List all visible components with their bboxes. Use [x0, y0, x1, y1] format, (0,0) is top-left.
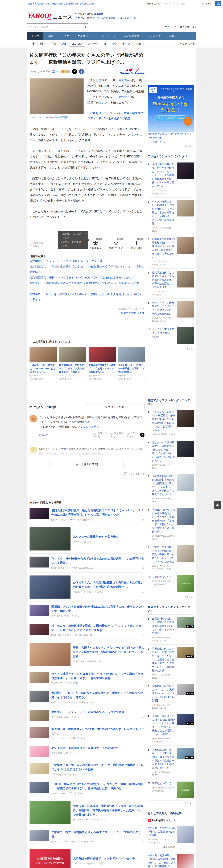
ad-link[interactable]: 元セクシー女優蒼井そら 本名を告白 — [73, 534, 145, 539]
list-item[interactable]: 東野幸治 「今フジテレビと吉本揉めてる」ラジオで言及東スポWEB12/27(土)… — [30, 707, 145, 724]
dismiss-icon[interactable]: × — [193, 146, 194, 148]
info-icon[interactable]: i — [189, 146, 192, 148]
ad-item[interactable]: 元セクシー女優蒼井そら 本名を告白ABEMA広告i× — [30, 524, 145, 554]
search-icon[interactable] — [84, 26, 86, 28]
article-link[interactable]: 関根勤 プレバト!! 出演やめた理由は…先生の言葉「これ、俳句じゃないです。標語… — [52, 604, 145, 613]
report-article-link[interactable]: 記事に関する報告 — [30, 242, 46, 249]
ad-caption-link[interactable]: 海外航空券の購入もローチケがおトク｜ローチケ旅行詳しくはこちら — [148, 132, 194, 144]
list-item[interactable]: 松井ケムリ 新幹線移動で睡眠中に隣の乗客から「トントンと起こされて…」お願いされ… — [30, 621, 145, 640]
video-link[interactable]: 吉沢亮&横浜流星「『国宝』での信頼関係がありますので」 餅つきシーンに注目 — [152, 617, 176, 635]
pr-item[interactable]: PR京都丹波へ行こう第43回全国都市緑化フェアin京都丹波Think Green… — [148, 779, 194, 801]
sponichi-logo[interactable]: スポニチ Sponichi Annex — [120, 68, 145, 75]
cards-next-button[interactable]: › — [141, 362, 146, 367]
article-card[interactable]: 佐久間宣行氏「面白過ぎる」「エグイ」大大大絶賛するテレビ番組… スポニチアネック… — [59, 347, 86, 380]
ranking-item[interactable]: 4佐久間宣行氏「この年末たくさんのテレビ局員が辞めます」 東野幸治も証言、フジ打… — [148, 269, 194, 299]
info-icon[interactable]: i — [189, 348, 192, 350]
video-thumbnail[interactable]: ▶ 1:24 — [177, 617, 194, 627]
article-link[interactable]: 矢部浩之 相方・岡村隆史と迎える年末に本音「ナイナイで締めるのが一番」 — [52, 830, 145, 839]
topics-list-link[interactable]: トピックス一覧 — [177, 42, 196, 45]
dismiss-icon[interactable]: × — [90, 540, 91, 543]
dismiss-icon[interactable]: × — [142, 591, 145, 593]
related-link[interactable]: 東野幸治 「今フジテレビと吉本揉めてる」ラジオで言及 — [30, 258, 145, 264]
dismiss-icon[interactable]: × — [56, 378, 57, 380]
ranking-item[interactable]: 1《トラブル発覚から1年》中居正広 茅ヶ崎で目撃された最新姿…行動をともにしてい… — [148, 408, 194, 438]
related-link[interactable]: 佐久間宣行氏 令和ロマンくるまを“怖い”と思ったワケ「最終的にくるまくんの…」 — [30, 275, 145, 280]
list-item[interactable]: 「定年後に孤立する人」の共通点はたった一つ。和田秀樹が指摘する、50代からの“ご… — [30, 760, 145, 779]
cat-domestic[interactable]: 国内 — [38, 42, 48, 45]
article-card[interactable]: 東野幸治 テレビ局の現状…THE SECONDの打ち上げで察し「… 東スポWEB… — [30, 347, 57, 380]
dismiss-icon[interactable]: × — [142, 633, 145, 637]
list-item[interactable]: 関根勤 プレバト!! 出演やめた理由は…先生の言葉「これ、俳句じゃないです。標語… — [30, 602, 145, 621]
keyword-link[interactable]: びっくり — [49, 150, 60, 152]
article-link[interactable]: 佐久間宣行氏「この年末たくさんのテレビ局員が辞めます」 東野幸治も証言、フジ打ち… — [152, 271, 176, 289]
video-link[interactable]: 岡田将生、久しぶりに再会した芦田愛菜の「寂しかったです」に動揺しまくる 映画『果… — [152, 647, 176, 672]
share-facebook-button[interactable]: f — [79, 69, 84, 74]
reaction-clear-button[interactable]: 295 わかりやすい — [109, 240, 123, 249]
ad-cta-button[interactable]: チケット予約はこちら ▶ — [154, 116, 187, 121]
cat-main[interactable]: 主要 — [27, 42, 38, 45]
pr-item[interactable]: PR京都丹波へ行こう第43回全国都市緑化フェアin京都丹波Think Green… — [148, 573, 194, 594]
ad-link[interactable]: 元セクシー女優蒼井そら 本名を告白 — [152, 327, 176, 335]
list-item[interactable]: 名倉潤 妻・渡辺満里奈との“夫婦円満”の秘けつ明かす「ほんまにありがたい」デイリ… — [30, 724, 145, 743]
ad-item[interactable]: ぐでまる堂 新春初売りセール開催中 人気の福袋もぐでまる堂広告i× — [30, 743, 145, 760]
nav-paid[interactable]: 有料 — [165, 32, 179, 40]
comment-count-link[interactable]: 107 — [52, 70, 60, 73]
ranking-item[interactable]: 5「世界一の美少年」を襲った悲劇とは…伝説の美貌に狂わされたビョルン・アンドレセ… — [148, 543, 194, 573]
yahoo-logo[interactable]: YAHOO!JAPAN — [28, 13, 51, 20]
gear-icon[interactable]: ⚙ — [193, 25, 196, 29]
dismiss-icon[interactable]: × — [142, 566, 145, 569]
article-link[interactable]: 《トラブル発覚から1年》中居正広 茅ヶ崎で目撃された最新姿…行動をともにしていた… — [152, 410, 176, 432]
search-button[interactable] — [215, 1, 221, 6]
ad-link[interactable]: 京都丹波へ行こう — [152, 575, 176, 579]
video-ranking-item[interactable]: 3天海祐希「泣かないんですけど」、大杉漣さんへキントリメンバーが告白【芸能動画】… — [148, 682, 194, 712]
article-link[interactable]: Matt 「パパ」桑田真澄氏とハワイでのクリスマスS公開 一緒に映る美女は… — [152, 301, 176, 315]
cat-it[interactable]: IT — [101, 42, 109, 45]
reaction-learned-button[interactable]: 126 学びがある — [88, 240, 103, 249]
article-link[interactable]: 【4億9000万円の所得隠しか】宮崎麗果「元参院議員の娘」の“セレブ人生”…父・… — [152, 474, 176, 496]
login-link[interactable]: ログイン — [75, 17, 85, 20]
more-comments-button[interactable]: もっと見る(107件) — [51, 460, 124, 468]
video-thumbnail[interactable]: ▶ 1:21 — [177, 714, 194, 725]
dismiss-icon[interactable]: × — [142, 660, 145, 663]
dismiss-icon[interactable]: × — [71, 752, 73, 754]
info-icon[interactable]: i — [87, 540, 89, 543]
web-search-input[interactable]: ウェブ検索 ↑ ベネチア — [173, 1, 213, 6]
card-title[interactable]: 東野幸治 テレビ局の現状…THE SECONDの打ち上げで察し「… — [30, 363, 57, 373]
article-link[interactable]: たくろう Mー1優勝からわずか6日であの大企業が起用！「お仕事頂けるなんて最高」 — [52, 557, 145, 565]
video-ranking-item[interactable]: 4【速報】米倉涼子さん“自宅に捜査機関が入りましたことは事実” HPでコメント … — [148, 712, 194, 746]
purchase-history-link[interactable]: 購入履歴 — [180, 26, 189, 29]
dismiss-icon[interactable]: × — [142, 682, 145, 685]
dismiss-icon[interactable]: × — [142, 818, 145, 821]
article-link[interactable]: ひろゆきさん、「東京23区家庭ゴミ有料化」をムダ遣いの影響と皮肉る「お台場の噴水… — [73, 581, 145, 589]
article-link[interactable]: ダイアン津田とキスした25歳美女、グラビア“1位”に ファン騒然「水ダウ効果凄い… — [52, 672, 145, 681]
reply-link[interactable]: 返信 1件 — [39, 433, 48, 437]
ranking-item[interactable]: 4「週1回、娘が泊まりに来る生活続けたい」ココリコ・遠藤 再婚時の願い「家族の形… — [148, 506, 194, 543]
cat-entertainment[interactable]: エンタメ — [69, 40, 85, 47]
nav-opinions[interactable]: みんなの意見 — [119, 32, 144, 40]
article-link[interactable]: ダイアン津田とキスした25歳美女、グラビア“1位”に ファン騒然「水ダウ効果凄い… — [152, 200, 176, 225]
related-link[interactable]: 佐久間宣行氏 「局員の引き抜きですよね」人気配信番組のウラ事情ぶっちゃけ 「各局… — [30, 264, 145, 275]
article-link[interactable]: 芦田愛菜が難関検定1級合格を告白！1200件超を記憶「太い本が3冊。最初は覚えら… — [152, 237, 176, 259]
signup-link[interactable]: 新規取得 — [94, 12, 103, 15]
ranking-item[interactable]: 3【4億9000万円の所得隠しか】宮崎麗果「元参院議員の娘」の“セレブ人生”…父… — [148, 472, 194, 506]
dismiss-icon[interactable]: × — [193, 348, 194, 350]
list-item[interactable]: 岡村隆史 「M-1」を一緒に見た人物を明かす 優勝たくろうのネタを絶賛「もう8回… — [30, 688, 145, 707]
info-icon[interactable]: i — [189, 802, 192, 805]
hmm-button[interactable]: ⁓うーん57 — [126, 431, 137, 439]
video-thumbnail[interactable]: ▶ 4:43 — [177, 647, 194, 658]
dismiss-icon[interactable]: × — [142, 737, 145, 740]
video-link[interactable]: 内田有紀の妹・澪奈、「ミス東スポ2026」審査員特別賞を受賞！「絶対に一人では取… — [152, 748, 176, 770]
article-link[interactable]: 松井ケムリ 新幹線移動で睡眠中に隣の乗客から「トントンと起こされて…」お願いされ… — [52, 624, 145, 632]
hide-comments-checkbox[interactable] — [124, 472, 127, 475]
empathy-button[interactable]: ☺共感した78 — [93, 431, 107, 439]
list-item[interactable]: 千鳥・大悟「やめるやろ、そら!」テレビで語った『酒のツマミ』降板の心境 “考察”… — [30, 640, 145, 669]
naruhodo-button[interactable]: ȯなるほど37 — [109, 431, 123, 439]
card-title[interactable]: 佐久間宣行氏「面白過ぎる」「エグイ」大大大絶賛するテレビ番組… — [59, 363, 86, 373]
video-ranking-item[interactable]: 2岡田将生、久しぶりに再会した芦田愛菜の「寂しかったです」に動揺しまくる 映画『… — [148, 645, 194, 682]
write-comment-button[interactable]: ✎ コメントを書く — [87, 403, 145, 411]
article-link[interactable]: 名門大進学の芦田愛菜 新たな資格取得にスタジオ「え～っ？！」 １３年前には鈴木亮… — [52, 508, 145, 517]
nav-top[interactable]: トップ — [27, 32, 43, 40]
app-coupon-link[interactable]: アプリはじめて利用限定、お得な半額クーポン — [90, 17, 138, 20]
topic-link[interactable]: エンタメ — [99, 101, 110, 104]
avatar[interactable]: ☺ — [30, 415, 37, 423]
